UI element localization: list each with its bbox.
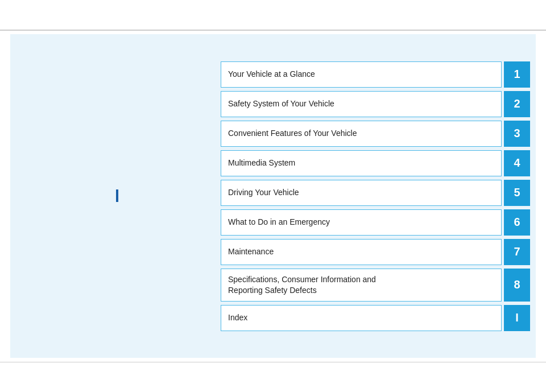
toc-label-8: Specifications, Consumer Information and… xyxy=(221,269,502,302)
toc-label-4: Multimedia System xyxy=(221,150,502,176)
toc-row-7[interactable]: Maintenance7 xyxy=(221,239,530,265)
toc-title-bar xyxy=(116,189,118,202)
toc-label-text-5: Driving Your Vehicle xyxy=(228,187,299,197)
toc-label-5: Driving Your Vehicle xyxy=(221,180,502,206)
toc-number-2: 2 xyxy=(504,91,530,117)
toc-label-text-6: What to Do in an Emergency xyxy=(228,217,330,227)
toc-label-2: Safety System of Your Vehicle xyxy=(221,91,502,117)
bottom-divider xyxy=(0,362,546,363)
toc-row-4[interactable]: Multimedia System4 xyxy=(221,150,530,176)
toc-row-9[interactable]: IndexI xyxy=(221,305,530,331)
toc-row-1[interactable]: Your Vehicle at a Glance1 xyxy=(221,61,530,88)
toc-label-6: What to Do in an Emergency xyxy=(221,209,502,236)
toc-number-7: 7 xyxy=(504,239,530,265)
toc-number-8: 8 xyxy=(504,269,530,302)
toc-label-text-3: Convenient Features of Your Vehicle xyxy=(228,128,357,138)
toc-label-7: Maintenance xyxy=(221,239,502,265)
toc-number-4: 4 xyxy=(504,150,530,176)
toc-number-6: 6 xyxy=(504,209,530,236)
toc-number-5: 5 xyxy=(504,180,530,206)
toc-label-text-9: Index xyxy=(228,312,247,323)
toc-row-6[interactable]: What to Do in an Emergency6 xyxy=(221,209,530,236)
toc-label-text-1: Your Vehicle at a Glance xyxy=(228,69,315,79)
toc-number-9: I xyxy=(504,305,530,331)
toc-number-3: 3 xyxy=(504,121,530,147)
toc-label-text-2: Safety System of Your Vehicle xyxy=(228,98,334,109)
toc-title-wrapper xyxy=(113,189,118,203)
left-panel xyxy=(10,178,221,214)
toc-label-text-4: Multimedia System xyxy=(228,158,295,168)
toc-number-1: 1 xyxy=(504,61,530,88)
toc-label-text-8: Specifications, Consumer Information and… xyxy=(228,274,376,295)
toc-row-3[interactable]: Convenient Features of Your Vehicle3 xyxy=(221,121,530,147)
toc-label-9: Index xyxy=(221,305,502,331)
toc-label-3: Convenient Features of Your Vehicle xyxy=(221,121,502,147)
main-container: Your Vehicle at a Glance1Safety System o… xyxy=(10,34,536,358)
toc-row-8[interactable]: Specifications, Consumer Information and… xyxy=(221,269,530,302)
toc-row-2[interactable]: Safety System of Your Vehicle2 xyxy=(221,91,530,117)
top-divider xyxy=(0,30,546,31)
toc-label-text-7: Maintenance xyxy=(228,246,274,257)
toc-label-1: Your Vehicle at a Glance xyxy=(221,61,502,88)
toc-list: Your Vehicle at a Glance1Safety System o… xyxy=(221,53,536,339)
toc-row-5[interactable]: Driving Your Vehicle5 xyxy=(221,180,530,206)
